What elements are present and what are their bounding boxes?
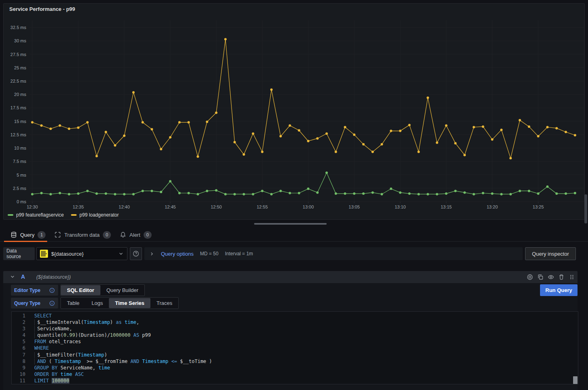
- sql-token: ORDER BY: [34, 371, 58, 377]
- sql-token: (: [46, 359, 55, 364]
- svg-text:13:25: 13:25: [533, 204, 544, 209]
- line-number: 8: [12, 358, 25, 365]
- chevron-down-icon: [118, 251, 124, 257]
- tab-transform-data[interactable]: Transform data 0: [54, 228, 111, 242]
- query-type-field: Query Type: [11, 298, 58, 309]
- svg-text:25 ms: 25 ms: [14, 65, 26, 70]
- editor-type-label: Editor Type: [14, 288, 40, 293]
- sql-token: [130, 332, 133, 338]
- chart-legend: p99 featureflagservicep99 loadgenerator: [8, 212, 119, 218]
- query-type-logs[interactable]: Logs: [85, 298, 109, 308]
- datasource-help-button[interactable]: [130, 247, 142, 260]
- query-type-traces[interactable]: Traces: [150, 298, 178, 308]
- svg-text:12:40: 12:40: [119, 204, 130, 209]
- horizontal-scrollbar[interactable]: [254, 223, 327, 225]
- tab-label: Query: [20, 232, 34, 238]
- svg-text:7.5 ms: 7.5 ms: [13, 159, 27, 164]
- sql-token: as: [116, 319, 121, 325]
- query-row-header[interactable]: A (${datasource}): [3, 271, 578, 283]
- legend-item[interactable]: p99 loadgenerator: [71, 212, 119, 218]
- timeseries-chart[interactable]: 0 ms2.5 ms5 ms7.5 ms10 ms12.5 ms15 ms17.…: [4, 4, 585, 220]
- sql-token: $__toTime ): [177, 359, 212, 364]
- editor-type-sql-editor[interactable]: SQL Editor: [61, 285, 100, 295]
- query-inspector-button[interactable]: Query inspector: [525, 247, 576, 260]
- sql-token: ServiceName,: [58, 365, 98, 371]
- sql-token: quantile(: [34, 332, 63, 338]
- sql-token: time: [125, 319, 136, 325]
- sql-token: AND: [34, 359, 46, 364]
- svg-text:12:55: 12:55: [256, 204, 268, 209]
- sql-token: ASC: [75, 371, 84, 377]
- transform-icon: [54, 231, 61, 238]
- query-ref-id[interactable]: A: [21, 273, 25, 280]
- editor-type-group: SQL Editor Query Builder: [60, 284, 145, 296]
- tab-badge: 0: [144, 231, 152, 239]
- svg-text:12:30: 12:30: [27, 204, 38, 209]
- sql-line[interactable]: 1SELECT: [12, 313, 578, 319]
- sql-token: GROUP BY: [34, 365, 58, 371]
- svg-text:22.5 ms: 22.5 ms: [10, 79, 27, 83]
- sql-line[interactable]: 8 AND ( Timestamp >= $__fromTime AND Tim…: [12, 358, 578, 365]
- sql-token: $__timeFilter(: [34, 352, 78, 358]
- sql-token: ): [110, 319, 116, 325]
- query-type-table[interactable]: Table: [61, 298, 85, 308]
- sql-token: ServiceName,: [34, 326, 72, 332]
- delete-icon[interactable]: [558, 274, 565, 280]
- bell-icon: [120, 231, 126, 238]
- line-number: 4: [12, 332, 25, 338]
- sql-line[interactable]: 7 $__timeFilter(Timestamp): [12, 352, 578, 358]
- line-number: 1: [12, 313, 25, 319]
- sql-line[interactable]: 6WHERE: [12, 345, 578, 351]
- query-options-link[interactable]: Query options: [161, 251, 194, 257]
- svg-text:13:10: 13:10: [395, 204, 406, 209]
- tab-label: Alert: [129, 232, 140, 238]
- sql-token: Timestamp: [78, 352, 104, 358]
- database-icon: [10, 231, 17, 238]
- editor-scrollbar-thumb[interactable]: [573, 376, 578, 384]
- sql-line[interactable]: 11LIMIT 100000: [12, 377, 578, 384]
- datasource-picker[interactable]: ${datasource}: [36, 247, 127, 260]
- sql-line[interactable]: 5FROM otel_traces: [12, 338, 578, 345]
- sql-token: ): [104, 352, 107, 358]
- sql-token: Timestamp: [142, 359, 168, 364]
- query-type-time-series[interactable]: Time Series: [109, 298, 150, 308]
- tab-query[interactable]: Query 1: [10, 228, 46, 242]
- sql-token: otel_traces: [46, 339, 81, 344]
- sql-token: >= $__fromTime: [81, 359, 131, 364]
- svg-text:13:05: 13:05: [349, 204, 360, 209]
- drag-icon[interactable]: [569, 274, 575, 280]
- timeseries-panel: Service Performance - p99 0 ms2.5 ms5 ms…: [3, 3, 585, 220]
- sql-line[interactable]: 2 $__timeInterval(Timestamp) as time,: [12, 319, 578, 325]
- sql-line[interactable]: 3 ServiceName,: [12, 325, 578, 332]
- vertical-scrollbar[interactable]: [584, 194, 587, 223]
- collapse-chevron-icon[interactable]: [10, 274, 15, 281]
- sql-line[interactable]: 4 quantile(0.99)(Duration)/1000000 AS p9…: [12, 332, 578, 338]
- info-icon[interactable]: [49, 300, 55, 306]
- max-data-points: MD = 50: [200, 251, 219, 257]
- svg-text:13:00: 13:00: [303, 204, 314, 209]
- panel-edit-tabs: Query 1 Transform data 0 Alert 0: [0, 228, 588, 242]
- datasource-value: ${datasource}: [51, 251, 115, 257]
- duplicate-icon[interactable]: [537, 274, 544, 280]
- svg-text:0 ms: 0 ms: [17, 199, 26, 204]
- sql-line[interactable]: 10ORDER BY time ASC: [12, 371, 578, 377]
- svg-text:20 ms: 20 ms: [14, 92, 26, 97]
- tab-alert[interactable]: Alert 0: [120, 228, 152, 242]
- sql-editor[interactable]: 1SELECT2 $__timeInterval(Timestamp) as t…: [11, 311, 578, 384]
- legend-swatch: [8, 214, 13, 216]
- run-query-button[interactable]: Run Query: [540, 284, 578, 296]
- editor-type-field: Editor Type: [11, 285, 58, 296]
- query-options-bar[interactable]: Query options MD = 50 Interval = 1m: [144, 247, 523, 260]
- sql-line[interactable]: 9GROUP BY ServiceName, time: [12, 365, 578, 371]
- sql-token: $__timeInterval(: [34, 319, 84, 325]
- svg-text:12:45: 12:45: [165, 204, 176, 209]
- svg-text:13:15: 13:15: [441, 204, 452, 209]
- hide-icon[interactable]: [548, 274, 554, 280]
- chevron-right-icon: [149, 251, 154, 257]
- editor-type-query-builder[interactable]: Query Builder: [100, 285, 144, 295]
- legend-item[interactable]: p99 featureflagservice: [8, 212, 64, 218]
- info-icon[interactable]: [49, 288, 55, 293]
- legend-label: p99 loadgenerator: [79, 212, 119, 218]
- interval-value: Interval = 1m: [225, 251, 253, 257]
- disable-icon[interactable]: [527, 274, 533, 280]
